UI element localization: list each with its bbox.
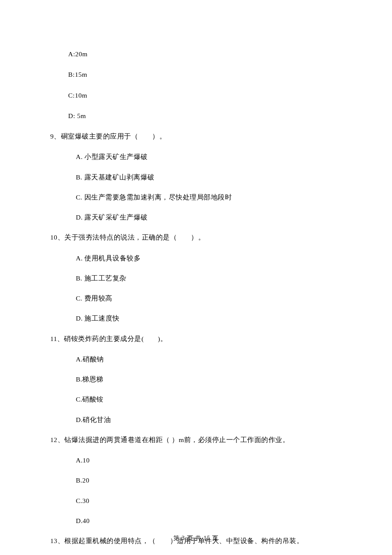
q8-option-b: B:15m xyxy=(68,69,342,79)
q11-option-c: C.硝酸铵 xyxy=(76,394,342,404)
page-footer: 第 3 页 共 15 页 xyxy=(0,534,392,543)
q9-option-b: B. 露天基建矿山剥离爆破 xyxy=(76,172,342,182)
q8-option-d: D: 5m xyxy=(68,111,342,121)
question-9: 9、硐室爆破主要的应用于（ ）。 xyxy=(50,131,342,141)
question-12: 12、钻爆法掘进的两贯通巷道在相距（ ）m前，必须停止一个工作面的作业。 xyxy=(50,435,342,445)
q10-option-c: C. 费用较高 xyxy=(76,293,342,303)
q12-option-d: D.40 xyxy=(76,516,342,526)
q11-option-d: D.硝化甘油 xyxy=(76,415,342,425)
q9-option-d: D. 露天矿采矿生产爆破 xyxy=(76,212,342,222)
q12-option-a: A.10 xyxy=(76,455,342,465)
q9-option-c: C. 因生产需要急需加速剥离，尽快处理局部地段时 xyxy=(76,192,342,202)
q12-option-b: B.20 xyxy=(76,475,342,485)
q11-option-a: A.硝酸钠 xyxy=(76,354,342,364)
q10-option-a: A. 使用机具设备较多 xyxy=(76,253,342,263)
q10-option-d: D. 施工速度快 xyxy=(76,313,342,323)
question-11: 11、硝铵类炸药的主要成分是( )。 xyxy=(50,334,342,344)
q8-option-c: C:10m xyxy=(68,90,342,100)
q11-option-b: B.梯恩梯 xyxy=(76,374,342,384)
question-10: 10、关于强夯法特点的说法，正确的是（ ）。 xyxy=(50,232,342,242)
q12-option-c: C.30 xyxy=(76,496,342,506)
q10-option-b: B. 施工工艺复杂 xyxy=(76,273,342,283)
q8-option-a: A:20m xyxy=(68,49,342,59)
q9-option-a: A. 小型露天矿生产爆破 xyxy=(76,152,342,162)
